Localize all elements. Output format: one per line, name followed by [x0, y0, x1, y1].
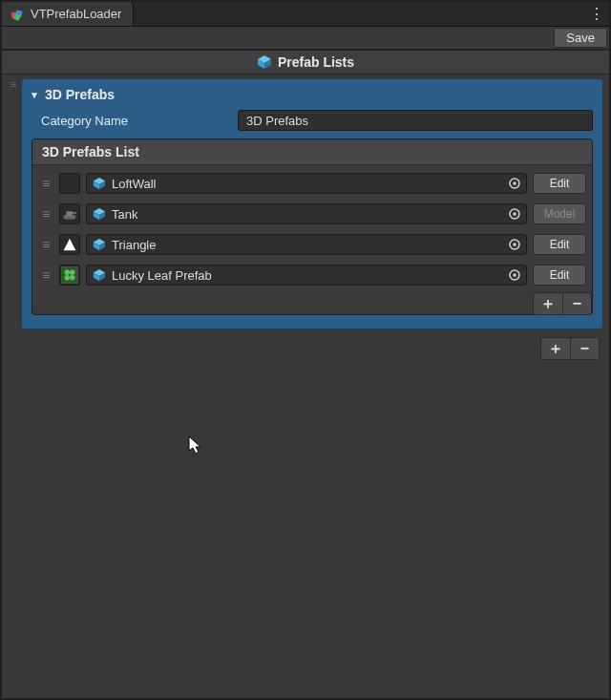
category-box-3d-prefabs: ▼ 3D Prefabs Category Name 3D Prefabs Li…: [21, 78, 603, 329]
svg-point-27: [70, 270, 74, 275]
row-button-label: Model: [544, 207, 576, 221]
plus-icon: ＋: [540, 294, 556, 314]
object-picker-icon[interactable]: [507, 206, 522, 222]
object-field[interactable]: Tank: [86, 203, 527, 224]
svg-point-10: [513, 181, 516, 185]
row-thumbnail[interactable]: [59, 265, 80, 286]
category-foldout[interactable]: ▼ 3D Prefabs: [28, 85, 597, 108]
body-area: ≡ ▼ 3D Prefabs Category Name 3D Prefabs …: [2, 74, 609, 698]
edit-button[interactable]: Edit: [533, 173, 586, 194]
category-name-row: Category Name: [28, 108, 597, 138]
object-field[interactable]: Lucky Leaf Prefab: [86, 265, 527, 286]
object-field-name: Tank: [112, 207, 137, 222]
row-thumbnail[interactable]: [59, 173, 80, 194]
category-add-button[interactable]: ＋: [541, 338, 570, 359]
object-picker-icon[interactable]: [507, 176, 522, 191]
row-button-label: Edit: [550, 177, 570, 190]
svg-point-29: [70, 275, 74, 280]
object-picker-icon[interactable]: [507, 237, 522, 252]
prefab-list-box: 3D Prefabs List ≡ LoftWall: [32, 138, 593, 315]
object-picker-icon[interactable]: [507, 267, 522, 283]
window-context-menu-button[interactable]: ⋮: [584, 2, 609, 26]
row-drag-handle[interactable]: ≡: [38, 267, 53, 283]
window-tabbar: VTPrefabLoader ⋮: [2, 2, 609, 27]
prefab-list-rows: ≡ LoftWall Edit: [32, 165, 592, 291]
category-name-input[interactable]: [238, 110, 593, 131]
edit-button[interactable]: Edit: [533, 265, 586, 286]
save-button-label: Save: [566, 31, 595, 45]
model-button[interactable]: Model: [533, 203, 586, 224]
object-field-name: Lucky Leaf Prefab: [112, 268, 212, 283]
window-tab-active[interactable]: VTPrefabLoader: [2, 2, 134, 26]
category-drag-handle[interactable]: ≡: [8, 78, 19, 90]
categories-footer-controls: ＋ −: [8, 337, 603, 364]
svg-point-28: [65, 275, 70, 280]
svg-rect-25: [61, 266, 78, 284]
minus-icon: −: [573, 295, 581, 312]
toolbar: Save: [2, 27, 609, 50]
prefab-cube-icon: [93, 238, 106, 251]
svg-point-24: [513, 243, 516, 246]
window-tab-title: VTPrefabLoader: [31, 7, 121, 21]
svg-point-26: [65, 270, 70, 275]
list-add-button[interactable]: ＋: [534, 293, 562, 314]
list-item: ≡ Triangle: [38, 232, 586, 257]
list-remove-button[interactable]: −: [562, 293, 591, 314]
object-field[interactable]: LoftWall: [86, 173, 527, 194]
section-header-title: Prefab Lists: [278, 54, 354, 70]
app-icon: [10, 7, 25, 22]
minus-icon: −: [580, 340, 589, 357]
section-header-prefab-lists: Prefab Lists: [2, 50, 609, 74]
prefab-list-title: 3D Prefabs List: [32, 139, 592, 165]
prefab-cube-icon: [93, 177, 106, 190]
svg-point-18: [513, 212, 516, 216]
row-drag-handle[interactable]: ≡: [38, 206, 53, 222]
category-name-label: Category Name: [41, 114, 232, 128]
prefab-cube-icon: [93, 207, 106, 221]
svg-point-34: [513, 273, 516, 277]
plus-icon: ＋: [548, 339, 563, 359]
foldout-triangle-icon: ▼: [30, 90, 39, 100]
category-foldout-title: 3D Prefabs: [45, 87, 115, 102]
drag-icon: ≡: [11, 78, 16, 90]
list-item: ≡ Tank: [38, 202, 586, 226]
row-thumbnail[interactable]: [59, 234, 80, 255]
category-remove-button[interactable]: −: [570, 338, 599, 359]
row-drag-handle[interactable]: ≡: [38, 237, 53, 252]
object-field-name: LoftWall: [112, 177, 156, 191]
svg-marker-19: [64, 239, 76, 251]
list-footer-controls: ＋ −: [533, 292, 592, 315]
object-field-name: Triangle: [112, 238, 156, 252]
row-button-label: Edit: [550, 268, 570, 282]
edit-button[interactable]: Edit: [533, 234, 586, 255]
svg-rect-13: [71, 212, 76, 213]
row-button-label: Edit: [550, 238, 570, 251]
list-item: ≡ Lucky Leaf Prefab: [38, 263, 586, 287]
row-thumbnail[interactable]: [59, 203, 80, 224]
save-button[interactable]: Save: [554, 28, 607, 48]
prefab-cube-icon: [93, 268, 106, 282]
cube-icon: [257, 54, 272, 70]
object-field[interactable]: Triangle: [86, 234, 527, 255]
kebab-icon: ⋮: [589, 5, 604, 23]
row-drag-handle[interactable]: ≡: [38, 176, 53, 191]
list-item: ≡ LoftWall Edit: [38, 171, 586, 196]
